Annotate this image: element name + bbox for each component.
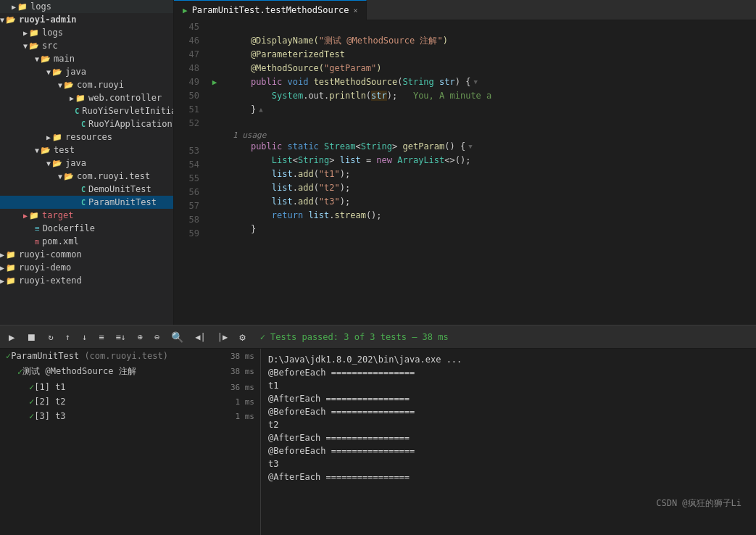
test-toolbar: ▶ ⏹ ↻ ↑ ↓ ≡ ≡↓ ⊕ ⊖ 🔍 ◀| |▶ ⚙ ✓ Tests pas… (0, 325, 756, 349)
code-line-45 (230, 20, 756, 34)
gutter-53 (207, 140, 223, 154)
code-println: System.out.println(str); You, A minute a (230, 89, 491, 103)
java-file-icon: C (75, 107, 79, 115)
sidebar-item-test[interactable]: ▼ 📂 test (0, 144, 173, 157)
sidebar-item-main[interactable]: ▼ 📂 main (0, 52, 173, 65)
search-test-button[interactable]: 🔍 (168, 330, 186, 344)
next-fail-button[interactable]: ↓ (79, 331, 90, 344)
expand-button[interactable]: ⊕ (135, 331, 146, 344)
arrow-icon: ▼ (46, 159, 51, 167)
gutter-52 (207, 117, 223, 130)
test-root-label: ParamUnitTest (com.ruoyi.test) (11, 351, 168, 361)
console-line-5: @BeforeEach ================ (268, 405, 749, 418)
sort-alpha-button[interactable]: ≡ (96, 331, 107, 344)
line-num-58: 58 (174, 213, 199, 227)
code-line-50: System.out.println(str); You, A minute a (230, 89, 756, 103)
sidebar-item-label: target (42, 210, 73, 220)
test-method-source-item[interactable]: ✓ 测试 @MethodSource 注解 38 ms (0, 363, 260, 380)
collapse-button[interactable]: ⊖ (151, 331, 162, 344)
sidebar-item-ruoyi-demo[interactable]: ▶ 📁 ruoyi-demo (0, 261, 173, 274)
line-num-47: 47 (174, 48, 199, 62)
test-pass-icon: ✓ (29, 411, 34, 421)
test-root-time: 38 ms (230, 352, 254, 361)
code-line-47: @ParameterizedTest (230, 48, 756, 62)
sidebar-item-src[interactable]: ▼ 📂 src (0, 39, 173, 52)
rerun-button[interactable]: ↻ (45, 331, 56, 344)
code-line-48: @MethodSource("getParam") (230, 62, 756, 75)
folder-open-icon: 📂 (41, 54, 51, 64)
line-num-56: 56 (174, 186, 199, 199)
console-line-1: D:\Java\jdk1.8.0_202\bin\java.exe ... (268, 353, 749, 366)
code-line-56: list.add("t2"); (230, 181, 756, 195)
tab-close-button[interactable]: × (353, 7, 357, 14)
code-return: return list.stream(); (230, 209, 382, 223)
gutter-49: ▶ (207, 75, 223, 89)
test-t3-time: 1 ms (236, 412, 255, 421)
run-button[interactable]: ▶ (6, 330, 17, 344)
sidebar-item-java-test[interactable]: ▼ 📂 java (0, 157, 173, 170)
sidebar-item-dockerfile[interactable]: ≡ Dockerfile (0, 222, 173, 235)
sidebar-item-logs[interactable]: ▶ 📁 logs (0, 26, 173, 39)
arrow-icon: ▶ (46, 133, 51, 141)
sidebar-item-java[interactable]: ▼ 📂 java (0, 65, 173, 78)
console-line-10: @AfterEach ================ (268, 470, 749, 484)
code-list-add-t1: list.add("t1"); (230, 167, 350, 181)
code-editor[interactable]: 45 46 47 48 49 50 51 52 53 54 55 56 57 5… (174, 20, 756, 325)
arrow-icon: ▶ (0, 264, 4, 272)
sidebar-item-ruoyi-admin[interactable]: ▼ 📂 ruoyi-admin (0, 13, 173, 26)
test-method-source-time: 38 ms (230, 367, 254, 376)
arrow-icon: ▶ (0, 251, 4, 259)
scroll-left-button[interactable]: ◀| (192, 331, 208, 344)
sort-dur-button[interactable]: ≡↓ (112, 331, 128, 344)
sidebar-item-com-ruoyi[interactable]: ▼ 📂 com.ruoyi (0, 78, 173, 91)
sidebar-item-logs-top[interactable]: ▶ 📁 logs (0, 0, 173, 13)
line-num-50: 50 (174, 89, 199, 103)
indent-space (70, 119, 81, 129)
fold-icon-53[interactable]: ▼ (468, 140, 472, 154)
scroll-right-button[interactable]: |▶ (215, 331, 230, 344)
test-t1-label: [1] t1 (34, 382, 65, 392)
arrow-icon: ▶ (23, 29, 28, 37)
sidebar-item-com-ruoyi-test[interactable]: ▼ 📂 com.ruoyi.test (0, 170, 173, 183)
test-t3-item[interactable]: ✓ [3] t3 1 ms (0, 409, 260, 423)
code-line-49: public void testMethodSource(String str)… (230, 75, 756, 89)
sidebar-item-servlet-init[interactable]: C RuoYiServletInitializer (0, 104, 173, 117)
line-num-46: 46 (174, 34, 199, 48)
sidebar-item-label: java (65, 67, 86, 77)
sidebar-item-resources[interactable]: ▶ 📁 resources (0, 130, 173, 144)
sidebar-item-ruoyi-app[interactable]: C RuoYiApplication (0, 117, 173, 130)
sidebar-item-pom-xml[interactable]: m pom.xml (0, 235, 173, 248)
stop-button[interactable]: ⏹ (23, 330, 39, 344)
test-root-item[interactable]: ✓ ParamUnitTest (com.ruoyi.test) 38 ms (0, 349, 260, 363)
sidebar-item-ruoyi-common[interactable]: ▶ 📁 ruoyi-common (0, 248, 173, 261)
arrow-icon: ▶ (70, 94, 74, 102)
run-icon[interactable]: ▶ (212, 78, 217, 87)
test-t2-item[interactable]: ✓ [2] t2 1 ms (0, 394, 260, 409)
settings-button[interactable]: ⚙ (236, 330, 248, 344)
sidebar-item-ruoyi-extend[interactable]: ▶ 📁 ruoyi-extend (0, 274, 173, 287)
line-num-51: 51 (174, 103, 199, 117)
sidebar-item-target[interactable]: ▶ 📁 target (0, 209, 173, 222)
test-t1-item[interactable]: ✓ [1] t1 36 ms (0, 380, 260, 394)
code-close-59: } (230, 223, 256, 236)
gutter-46 (207, 34, 223, 48)
folder-open-icon: 📂 (6, 15, 16, 25)
sidebar-item-web-controller[interactable]: ▶ 📁 web.controller (0, 91, 173, 104)
indent-space (70, 106, 75, 116)
folder-open-icon: 📂 (52, 67, 62, 77)
folder-icon: 📁 (29, 211, 39, 220)
code-line-59: } (230, 223, 756, 236)
console-output[interactable]: D:\Java\jdk1.8.0_202\bin\java.exe ... @B… (261, 349, 756, 535)
sidebar-item-param-unit-test[interactable]: C ParamUnitTest (0, 196, 173, 209)
gutter-area: ▶ (207, 20, 223, 325)
folder-icon: 📁 (6, 250, 16, 260)
sidebar-item-label: ruoyi-extend (19, 275, 82, 286)
gutter-57 (207, 195, 223, 209)
fold-icon-49[interactable]: ▼ (473, 75, 477, 89)
prev-fail-button[interactable]: ↑ (62, 331, 73, 344)
sidebar-item-demo-unit-test[interactable]: C DemoUnitTest (0, 183, 173, 196)
fold-icon-51[interactable]: ▲ (259, 103, 262, 117)
main-area: ▶ 📁 logs ▼ 📂 ruoyi-admin ▶ 📁 logs ▼ 📂 sr… (0, 0, 756, 325)
editor-tab-param-unit-test[interactable]: ▶ ParamUnitTest.testMethodSource × (174, 0, 367, 20)
line-num-49: 49 (174, 75, 199, 89)
